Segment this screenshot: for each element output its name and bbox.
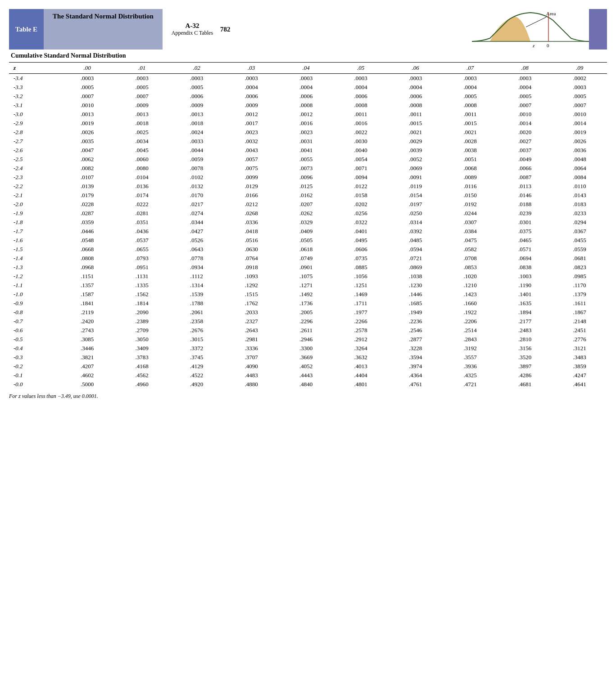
prob-value: .0104 (114, 173, 169, 182)
table-row: -0.0.5000.4960.4920.4880.4840.4801.4761.… (9, 380, 607, 389)
table-row: -0.1.4602.4562.4522.4483.4443.4404.4364.… (9, 371, 607, 380)
prob-value: .1271 (279, 281, 334, 290)
prob-value: .2061 (169, 308, 224, 317)
prob-value: .0008 (279, 101, 334, 110)
appendix-label: Appendix C Tables (172, 30, 213, 36)
prob-value: .0359 (60, 218, 115, 227)
prob-value: .0188 (498, 200, 553, 209)
prob-value: .2389 (114, 317, 169, 326)
prob-value: .0162 (279, 191, 334, 200)
prob-value: .2033 (224, 308, 279, 317)
z-value: -0.9 (9, 299, 60, 308)
table-row: -0.7.2420.2389.2358.2327.2296.2266.2236.… (9, 317, 607, 326)
prob-value: .0064 (552, 164, 607, 173)
prob-value: .1379 (552, 290, 607, 299)
z-value: -1.2 (9, 272, 60, 281)
prob-value: .1685 (388, 299, 443, 308)
z-value: -1.8 (9, 218, 60, 227)
prob-value: .0054 (333, 155, 388, 164)
prob-value: .0985 (552, 272, 607, 281)
z-value: -3.1 (9, 101, 60, 110)
prob-value: .2843 (443, 335, 498, 344)
prob-value: .2514 (443, 326, 498, 335)
prob-value: .4641 (552, 380, 607, 389)
prob-value: .0004 (443, 83, 498, 92)
prob-value: .0594 (388, 245, 443, 254)
z-value: -2.0 (9, 200, 60, 209)
prob-value: .0071 (333, 164, 388, 173)
prob-value: .1736 (279, 299, 334, 308)
prob-value: .3821 (60, 353, 115, 362)
table-row: -1.5.0668.0655.0643.0630.0618.0606.0594.… (9, 245, 607, 254)
prob-value: .2119 (60, 308, 115, 317)
prob-value: .0024 (169, 128, 224, 137)
z-value: -2.4 (9, 164, 60, 173)
prob-value: .0150 (443, 191, 498, 200)
prob-value: .0059 (169, 155, 224, 164)
prob-value: .3121 (552, 344, 607, 353)
prob-value: .1867 (552, 308, 607, 317)
prob-value: .0099 (224, 173, 279, 182)
prob-value: .1335 (114, 281, 169, 290)
prob-value: .2451 (552, 326, 607, 335)
prob-value: .0005 (169, 83, 224, 92)
prob-value: .0038 (443, 146, 498, 155)
prob-value: .0078 (169, 164, 224, 173)
table-row: -2.6.0047.0045.0044.0043.0041.0040.0039.… (9, 146, 607, 155)
prob-value: .0007 (552, 101, 607, 110)
prob-value: .0582 (443, 245, 498, 254)
prob-value: .0003 (60, 74, 115, 83)
prob-value: .0222 (114, 200, 169, 209)
table-row: -3.3.0005.0005.0005.0004.0004.0004.0004.… (9, 83, 607, 92)
prob-value: .0026 (60, 128, 115, 137)
prob-value: .2148 (552, 317, 607, 326)
prob-value: .0028 (443, 137, 498, 146)
prob-value: .2546 (388, 326, 443, 335)
prob-value: .3669 (279, 353, 334, 362)
prob-value: .0375 (498, 227, 553, 236)
prob-value: .1292 (224, 281, 279, 290)
table-row: -0.3.3821.3783.3745.3707.3669.3632.3594.… (9, 353, 607, 362)
prob-value: .0668 (60, 245, 115, 254)
prob-value: .0057 (224, 155, 279, 164)
prob-value: .1515 (224, 290, 279, 299)
prob-value: .0037 (498, 146, 553, 155)
prob-value: .1190 (498, 281, 553, 290)
prob-value: .0045 (114, 146, 169, 155)
col-header-07: .07 (443, 63, 498, 74)
prob-value: .0516 (224, 236, 279, 245)
prob-value: .0010 (498, 110, 553, 119)
prob-value: .0008 (388, 101, 443, 110)
prob-value: .1056 (333, 272, 388, 281)
prob-value: .1170 (552, 281, 607, 290)
prob-value: .2483 (498, 326, 553, 335)
prob-value: .1251 (333, 281, 388, 290)
prob-value: .0041 (279, 146, 334, 155)
prob-value: .0197 (388, 200, 443, 209)
prob-value: .0018 (169, 119, 224, 128)
prob-value: .3974 (388, 362, 443, 371)
prob-value: .0268 (224, 209, 279, 218)
prob-value: .2206 (443, 317, 498, 326)
table-row: -2.8.0026.0025.0024.0023.0023.0022.0021.… (9, 128, 607, 137)
prob-value: .0084 (552, 173, 607, 182)
z-value: -3.0 (9, 110, 60, 119)
prob-value: .0606 (333, 245, 388, 254)
prob-value: .1562 (114, 290, 169, 299)
prob-value: .0207 (279, 200, 334, 209)
prob-value: .0778 (169, 254, 224, 263)
prob-value: .1894 (498, 308, 553, 317)
prob-value: .0132 (169, 182, 224, 191)
prob-value: .0329 (279, 218, 334, 227)
prob-value: .1210 (443, 281, 498, 290)
prob-value: .0793 (114, 254, 169, 263)
prob-value: .2358 (169, 317, 224, 326)
prob-value: .0139 (60, 182, 115, 191)
normal-curve-diagram: Area z 0 (463, 9, 589, 50)
page-num-display: 782 (220, 26, 231, 33)
z-value: -2.7 (9, 137, 60, 146)
prob-value: .0005 (60, 83, 115, 92)
page-number-block: A-32 Appendix C Tables (172, 9, 213, 50)
table-row: -0.9.1841.1814.1788.1762.1736.1711.1685.… (9, 299, 607, 308)
prob-value: .0681 (552, 254, 607, 263)
